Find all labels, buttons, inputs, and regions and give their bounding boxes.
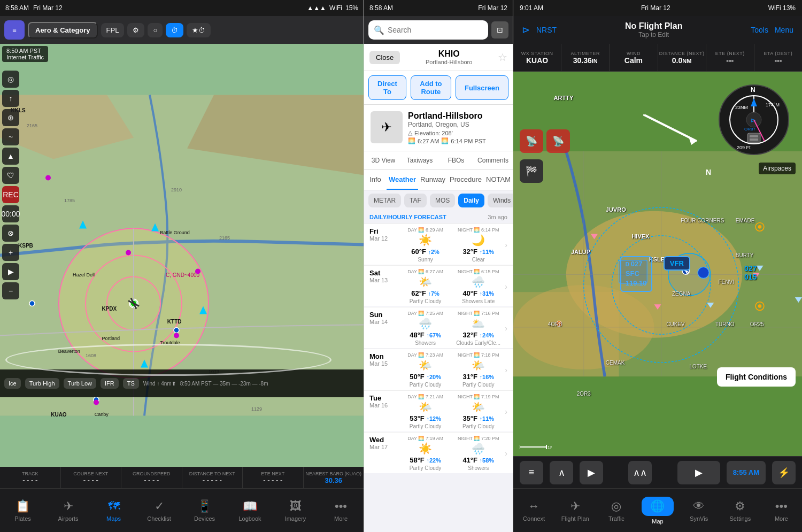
forecast-list[interactable]: Fri Mar 12 DAY 🌅 6:29 AM ☀️ 60°F ↑2% Sun…	[364, 223, 513, 532]
airport-info-card: ✈ Portland-Hillsboro Portland, Oregon, U…	[364, 105, 513, 151]
timer-btn[interactable]: 00:00	[2, 205, 19, 222]
radio-btn-1[interactable]: 📡	[520, 129, 543, 153]
lightning-btn[interactable]: ⚡	[772, 461, 796, 484]
nav-maps[interactable]: 🗺 Maps	[91, 489, 136, 532]
search-input[interactable]	[388, 26, 483, 34]
scan-button[interactable]: ⊡	[491, 21, 508, 38]
tab-info[interactable]: Info	[364, 170, 387, 190]
layers-button[interactable]: ≡	[4, 20, 25, 40]
tab-comments[interactable]: Comments	[475, 153, 511, 167]
tab-taxiways[interactable]: Taxiways	[403, 153, 437, 167]
svg-rect-73	[750, 135, 758, 137]
nav-settings-right[interactable]: ⚙ Settings	[720, 489, 761, 532]
left-map[interactable]: C, GND~4000 2165 1785 2910 2165 1608 107…	[0, 44, 364, 467]
nav-logbook[interactable]: 📖 Logbook	[227, 489, 273, 532]
play-btn-left[interactable]: ▶	[2, 263, 19, 280]
tab-notam[interactable]: NOTAM	[484, 170, 513, 190]
flight-conditions-button[interactable]: Flight Conditions	[717, 367, 796, 387]
wind-value: Calm	[624, 56, 643, 65]
wtab-daily[interactable]: Daily	[458, 194, 484, 207]
airspaces-button[interactable]: Airspaces	[759, 163, 796, 174]
mountain-btn[interactable]: ▲	[2, 148, 19, 165]
nav-airports[interactable]: ✈ Airports	[45, 489, 91, 532]
clock-button[interactable]: ⏱	[166, 23, 183, 37]
nav-map[interactable]: 🌐 Map	[637, 489, 678, 532]
fpl-button[interactable]: FPL	[101, 23, 125, 37]
wtab-taf[interactable]: TAF	[404, 194, 427, 207]
synvis-label: SynVis	[690, 515, 708, 522]
svg-text:1785: 1785	[64, 198, 75, 203]
plus-btn[interactable]: +	[2, 244, 19, 261]
settings-button[interactable]: ⚙	[127, 23, 144, 37]
altimeter-stat: ALTIMETER 30.36IN	[561, 44, 610, 71]
course-stat: COURSE NEXT - - - -	[61, 467, 122, 488]
nav-traffic[interactable]: ◎ Traffic	[596, 489, 637, 532]
day-desc: Showers	[415, 340, 436, 346]
wtab-winds[interactable]: Winds	[488, 194, 516, 207]
nav-flight-plan[interactable]: ✈ Flight Plan	[554, 489, 596, 532]
nav-connext[interactable]: ↔ Connext	[513, 489, 554, 532]
nrst-button[interactable]: NRST	[536, 26, 557, 34]
circle-button[interactable]: ○	[148, 23, 163, 37]
direct-to-button[interactable]: Direct To	[368, 75, 406, 100]
menu-button[interactable]: Menu	[775, 26, 793, 34]
left-time: 8:58 AM	[5, 4, 29, 12]
nav-more-left[interactable]: ••• More	[318, 489, 364, 532]
wx-btn[interactable]: ~	[2, 128, 19, 145]
compass-btn[interactable]: ◎	[2, 71, 19, 88]
tab-weather[interactable]: Weather	[387, 170, 418, 190]
wtab-mos[interactable]: MOS	[430, 194, 455, 207]
search-icon: 🔍	[374, 25, 384, 35]
airspaces-label-text: Airspaces	[763, 165, 791, 172]
minus-btn[interactable]: −	[2, 282, 19, 299]
play-right-icon: ▶	[695, 467, 703, 479]
route-btn[interactable]: ⊗	[2, 225, 19, 242]
route-right-btn[interactable]: ∧	[550, 461, 573, 484]
airspace-box: D 027SFC119.10	[620, 256, 652, 292]
tab-3d-view[interactable]: 3D View	[366, 153, 400, 167]
expand-btn[interactable]: ∧∧	[628, 461, 652, 484]
nav-plates[interactable]: 📋 Plates	[0, 489, 45, 532]
layers-right-btn[interactable]: ≡	[520, 461, 543, 484]
track-up-btn[interactable]: ↑	[2, 90, 19, 107]
tab-procedure[interactable]: Procedure	[448, 170, 484, 190]
fullscreen-button[interactable]: Fullscreen	[456, 75, 508, 100]
night-icon: 🌙	[472, 234, 485, 246]
night-time-label: NIGHT 🌅 6:15 PM	[458, 269, 499, 274]
rec-btn[interactable]: REC	[2, 186, 19, 203]
nav-imagery[interactable]: 🖼 Imagery	[273, 489, 318, 532]
right-title[interactable]: No Flight Plan Tap to Edit	[625, 21, 683, 38]
groundspeed-value: - - - -	[144, 476, 159, 484]
navigate-btn[interactable]: ▶	[580, 461, 603, 484]
tab-runway[interactable]: Runway	[418, 170, 448, 190]
traffic-btn[interactable]: ⊕	[2, 109, 19, 126]
star-clock-button[interactable]: ★⏱	[187, 23, 211, 37]
027-015-label: 027015	[744, 264, 757, 281]
close-button[interactable]: Close	[369, 51, 400, 64]
flag-btn[interactable]: 🏁	[520, 159, 543, 183]
play-right-btn[interactable]: ▶	[677, 461, 720, 484]
favorite-button[interactable]: ☆	[498, 51, 507, 64]
wx-station-label: WX STATION	[521, 51, 553, 56]
right-map[interactable]: ARTTY OR87 JUVRO JALUP HIVEX KSLE FOUR C…	[513, 72, 802, 456]
inflight-bar: Ice Turb High Turb Low IFR TS Wind ↑ 4nm…	[0, 369, 364, 397]
nav-checklist[interactable]: ✓ Checklist	[136, 489, 182, 532]
north-indicator: N	[706, 168, 711, 176]
day-time-label: DAY 🌅 6:27 AM	[407, 269, 443, 274]
nav-more-right[interactable]: ••• More	[761, 489, 802, 532]
time-btn[interactable]: 8:55 AM	[727, 461, 766, 484]
wtab-metar[interactable]: METAR	[368, 194, 401, 207]
tools-button[interactable]: Tools	[751, 26, 768, 34]
distance-next-stat: DISTANCE (NEXT) 0.0NM	[658, 44, 706, 71]
search-box[interactable]: 🔍	[368, 20, 488, 40]
brand-button[interactable]: Aero & Category	[28, 22, 98, 38]
shield-btn[interactable]: 🛡	[2, 167, 19, 184]
nav-synvis[interactable]: 👁 SynVis	[678, 489, 720, 532]
right-battery-area: WiFi 13%	[768, 4, 796, 12]
right-battery: 13%	[783, 4, 796, 12]
tab-fbos[interactable]: FBOs	[439, 153, 473, 167]
radio-btn-2[interactable]: 📡	[546, 129, 570, 153]
add-to-route-button[interactable]: Add to Route	[411, 75, 451, 100]
nav-devices[interactable]: 📱 Devices	[182, 489, 227, 532]
night-desc: Partly Cloudy	[462, 382, 494, 388]
